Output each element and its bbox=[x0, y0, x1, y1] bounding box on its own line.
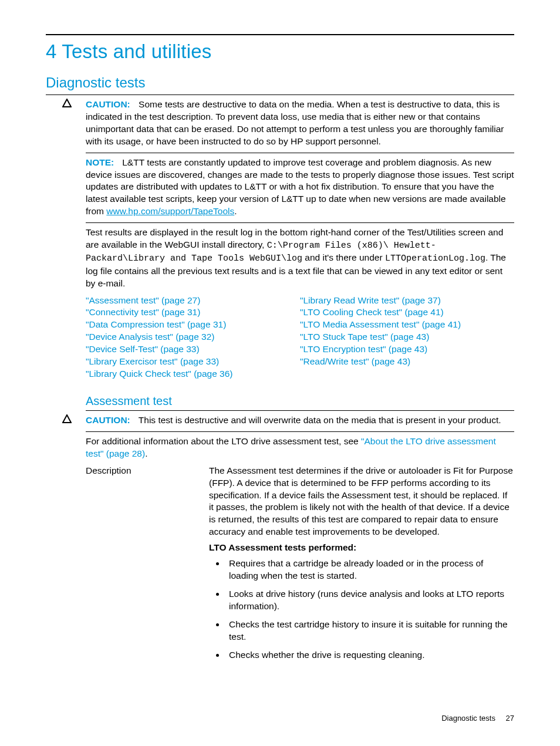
list-item: Looks at drive history (runs device anal… bbox=[225, 588, 514, 613]
path-code-2: LTTOperationLog.log bbox=[385, 254, 485, 264]
list-item: Checks the test cartridge history to ins… bbox=[225, 619, 514, 643]
caution-text: Some tests are destructive to data on th… bbox=[86, 99, 504, 146]
section-heading-diagnostic-tests: Diagnostic tests bbox=[46, 73, 514, 92]
caution-block-1: CAUTION: Some tests are destructive to d… bbox=[86, 99, 514, 148]
toc-column-right: "Library Read Write test" (page 37) "LTO… bbox=[300, 295, 514, 380]
toc-link[interactable]: "Library Read Write test" (page 37) bbox=[300, 295, 514, 307]
note-text-post: . bbox=[234, 206, 237, 216]
toc-link[interactable]: "Connectivity test" (page 31) bbox=[86, 306, 300, 319]
toc-link[interactable]: "Data Compression test" (page 31) bbox=[86, 319, 300, 331]
subsection-heading-assessment-test: Assessment test bbox=[86, 393, 514, 409]
toc-link[interactable]: "Library Quick Check test" (page 36) bbox=[86, 368, 300, 380]
note-label: NOTE: bbox=[86, 157, 114, 167]
toc-link[interactable]: "LTO Media Assessment test" (page 41) bbox=[300, 319, 514, 331]
toc-link[interactable]: "Assessment test" (page 27) bbox=[86, 295, 300, 307]
caution-block-2: CAUTION: This test is destructive and wi… bbox=[86, 414, 514, 427]
page-footer: Diagnostic tests 27 bbox=[441, 713, 514, 724]
caution-text: This test is destructive and will overwr… bbox=[139, 415, 501, 425]
description-label: Description bbox=[86, 465, 209, 667]
toc-link[interactable]: "Device Self-Test" (page 33) bbox=[86, 343, 300, 356]
footer-page-number: 27 bbox=[506, 714, 514, 723]
list-item: Checks whether the drive is requesting c… bbox=[225, 649, 514, 661]
caution-icon bbox=[62, 414, 72, 424]
toc-link[interactable]: "LTO Cooling Check test" (page 41) bbox=[300, 306, 514, 319]
toc-link[interactable]: "Read/Write test" (page 43) bbox=[300, 356, 514, 368]
list-item: Requires that a cartridge be already loa… bbox=[225, 558, 514, 582]
link-tapetools[interactable]: www.hp.com/support/TapeTools bbox=[106, 206, 234, 216]
chapter-title: 4 Tests and utilities bbox=[46, 39, 514, 65]
note-block: NOTE:L&TT tests are constantly updated t… bbox=[86, 157, 514, 218]
description-body: The Assessment test determines if the dr… bbox=[209, 465, 514, 539]
toc-column-left: "Assessment test" (page 27) "Connectivit… bbox=[86, 295, 300, 380]
lto-bullet-list: Requires that a cartridge be already loa… bbox=[209, 558, 514, 661]
toc-link[interactable]: "LTO Stuck Tape test" (page 43) bbox=[300, 331, 514, 343]
toc-link[interactable]: "LTO Encryption test" (page 43) bbox=[300, 343, 514, 356]
caution-label: CAUTION: bbox=[86, 99, 130, 109]
caution-icon bbox=[62, 99, 72, 108]
caution-label: CAUTION: bbox=[86, 415, 130, 425]
footer-section-name: Diagnostic tests bbox=[441, 714, 495, 723]
toc-link[interactable]: "Library Exercisor test" (page 33) bbox=[86, 356, 300, 368]
results-paragraph: Test results are displayed in the result… bbox=[86, 227, 514, 289]
toc-link[interactable]: "Device Analysis test" (page 32) bbox=[86, 331, 300, 343]
lto-subheading: LTO Assessment tests performed: bbox=[209, 542, 514, 554]
additional-info-paragraph: For additional information about the LTO… bbox=[86, 436, 514, 460]
